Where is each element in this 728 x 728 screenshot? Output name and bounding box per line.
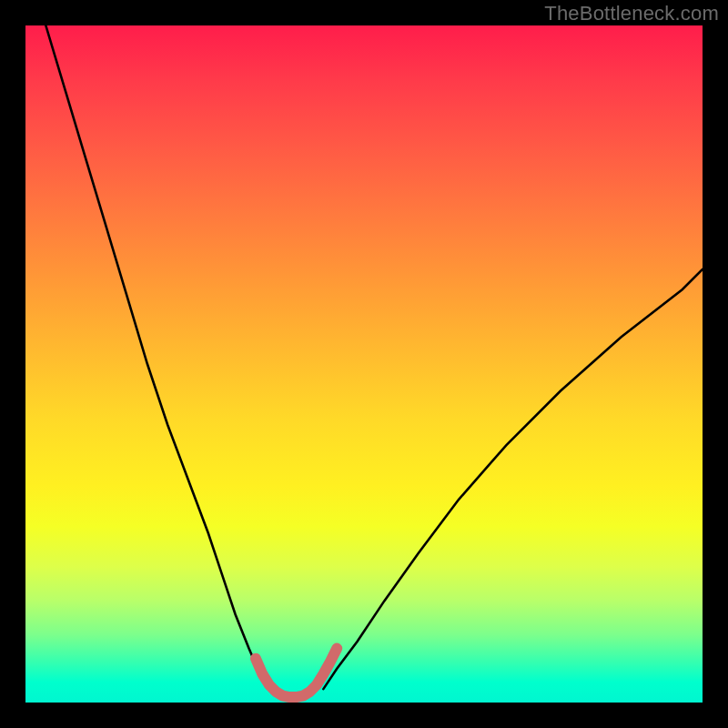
chart-frame: TheBottleneck.com	[0, 0, 728, 728]
curve-right-branch	[323, 269, 703, 689]
curve-optimal-zone	[256, 648, 337, 697]
curves-svg	[25, 25, 703, 703]
plot-area	[25, 25, 703, 703]
curve-left-branch	[46, 25, 269, 689]
watermark-text: TheBottleneck.com	[544, 2, 719, 25]
